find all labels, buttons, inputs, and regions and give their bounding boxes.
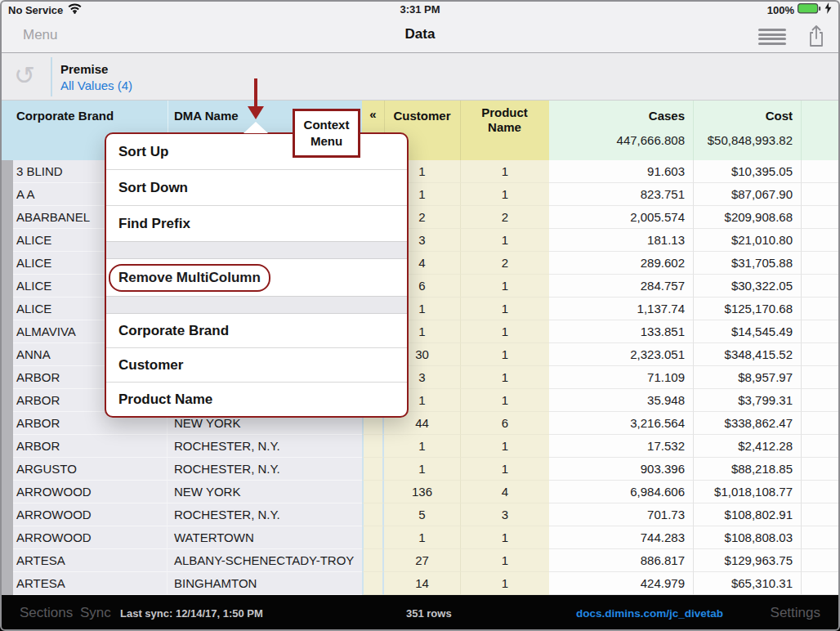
cell-customer: 1: [384, 526, 460, 549]
cell-collapse-spacer: [362, 458, 384, 481]
row-gutter: [0, 412, 13, 435]
menu-section-divider: [106, 296, 407, 314]
column-header-product-name[interactable]: Product Name: [460, 105, 549, 135]
column-header-corporate-brand[interactable]: Corporate Brand: [16, 109, 114, 123]
menu-item-corporate-brand[interactable]: Corporate Brand: [106, 314, 407, 347]
cell-cost: $2,412.28: [693, 435, 801, 458]
cell-cases: 2,323.051: [549, 343, 693, 366]
cell-filler: [801, 435, 840, 458]
annotation-arrowhead: [248, 106, 264, 119]
cell-collapse-spacer: [362, 435, 384, 458]
total-cases: 447,666.808: [549, 133, 693, 147]
menu-section-divider: [106, 241, 407, 259]
cell-dma-name: ROCHESTER, N.Y.: [168, 435, 362, 458]
collapse-columns-icon[interactable]: «: [362, 107, 384, 121]
sync-button[interactable]: Sync: [80, 605, 111, 621]
cell-filler: [801, 252, 840, 275]
cell-filler: [801, 412, 840, 435]
docs-link[interactable]: docs.dimins.com/jc_divetab: [576, 607, 723, 620]
column-header-customer[interactable]: Customer: [384, 109, 460, 123]
cell-product-name: 1: [460, 229, 549, 252]
column-header-cost[interactable]: Cost: [693, 109, 801, 123]
menu-item-sort-up[interactable]: Sort Up: [106, 134, 407, 169]
cell-cases: 3,216.564: [549, 412, 693, 435]
table-row[interactable]: ARROWOOD ROCHESTER, N.Y. 5 3 701.73 $108…: [0, 503, 840, 526]
cell-cost: $348,415.52: [693, 343, 801, 366]
cell-cost: $209,908.68: [693, 206, 801, 229]
column-header-cases[interactable]: Cases: [549, 109, 693, 123]
cell-filler: [801, 526, 840, 549]
filter-bar: ↺ Premise All Values (4): [0, 53, 840, 101]
sections-button[interactable]: Sections: [20, 605, 73, 621]
table-row[interactable]: ARTESA BINGHAMTON 14 1 424.979 $65,310.3…: [0, 572, 840, 595]
filter-name: Premise: [60, 62, 108, 76]
cell-product-name: 1: [460, 435, 549, 458]
menu-item-product-name[interactable]: Product Name: [106, 383, 407, 416]
popover-arrow: [244, 122, 268, 133]
cell-cases: 91.603: [549, 160, 693, 183]
cell-product-name: 4: [460, 481, 549, 503]
cell-cost: $87,067.90: [693, 183, 801, 206]
cell-dma-name: ROCHESTER, N.Y.: [168, 458, 362, 481]
row-gutter: [0, 389, 13, 412]
cell-cases: 701.73: [549, 503, 693, 526]
share-icon[interactable]: [806, 24, 827, 51]
total-cost: $50,848,993.82: [693, 133, 801, 147]
menu-item-customer[interactable]: Customer: [106, 348, 407, 382]
settings-button[interactable]: Settings: [771, 605, 820, 621]
table-row[interactable]: ARGUSTO ROCHESTER, N.Y. 1 1 903.396 $88,…: [0, 458, 840, 481]
menu-item-find-prefix[interactable]: Find Prefix: [106, 206, 407, 241]
cell-collapse-spacer: [362, 526, 384, 549]
column-header-dma-name[interactable]: DMA Name: [174, 109, 239, 123]
cell-cost: $10,395.05: [693, 160, 801, 183]
cell-filler: [801, 183, 840, 206]
cell-corporate-brand: ARROWOOD: [13, 526, 168, 549]
cell-cost: $1,018,108.77: [693, 481, 801, 503]
table-row[interactable]: ARROWOOD WATERTOWN 1 1 744.283 $108,808.…: [0, 526, 840, 549]
list-menu-icon[interactable]: [758, 29, 786, 47]
cell-product-name: 1: [460, 183, 549, 206]
clock: 3:31 PM: [0, 3, 840, 16]
row-gutter: [0, 366, 13, 389]
battery-icon: [798, 2, 821, 17]
cell-cases: 823.751: [549, 183, 693, 206]
row-gutter: [0, 572, 13, 595]
cell-filler: [801, 320, 840, 343]
menu-item-remove-multicolumn[interactable]: Remove MultiColumn: [106, 259, 407, 296]
cell-product-name: 1: [460, 549, 549, 572]
table-row[interactable]: ARBOR ROCHESTER, N.Y. 1 1 17.532 $2,412.…: [0, 435, 840, 458]
cell-corporate-brand: ARROWOOD: [13, 481, 168, 503]
cell-filler: [801, 160, 840, 183]
cell-dma-name: BINGHAMTON: [168, 572, 362, 595]
cell-cost: $8,957.97: [693, 366, 801, 389]
cell-product-name: 3: [460, 503, 549, 526]
app-screen: No Service 3:31 PM 100%: [0, 0, 840, 631]
cell-dma-name: NEW YORK: [168, 481, 362, 503]
cell-filler: [801, 389, 840, 412]
cell-dma-name: ROCHESTER, N.Y.: [168, 503, 362, 526]
page-title: Data: [0, 26, 840, 43]
cell-filler: [801, 549, 840, 572]
row-gutter: [0, 275, 13, 298]
menu-item-sort-down[interactable]: Sort Down: [106, 170, 407, 205]
reset-filter-icon[interactable]: ↺: [14, 57, 35, 95]
row-gutter: [0, 229, 13, 252]
filter-value-link[interactable]: All Values (4): [60, 78, 132, 92]
table-row[interactable]: ARTESA ALBANY-SCHENECTADY-TROY 27 1 886.…: [0, 549, 840, 572]
cell-cost: $108,808.03: [693, 526, 801, 549]
cell-cost: $31,705.88: [693, 252, 801, 275]
row-gutter: [0, 183, 13, 206]
cell-filler: [801, 572, 840, 595]
cell-filler: [801, 298, 840, 320]
cell-dma-name: ALBANY-SCHENECTADY-TROY: [168, 549, 362, 572]
cell-cost: $129,963.75: [693, 549, 801, 572]
cell-cases: 2,005.574: [549, 206, 693, 229]
status-bar: No Service 3:31 PM 100%: [0, 0, 840, 20]
table-row[interactable]: ARROWOOD NEW YORK 136 4 6,984.606 $1,018…: [0, 481, 840, 503]
annotation-context-menu-label: Context Menu: [293, 109, 360, 158]
cell-cases: 181.13: [549, 229, 693, 252]
cell-cost: $3,799.31: [693, 389, 801, 412]
cell-customer: 14: [384, 572, 460, 595]
cell-product-name: 2: [460, 252, 549, 275]
cell-cost: $14,545.49: [693, 320, 801, 343]
